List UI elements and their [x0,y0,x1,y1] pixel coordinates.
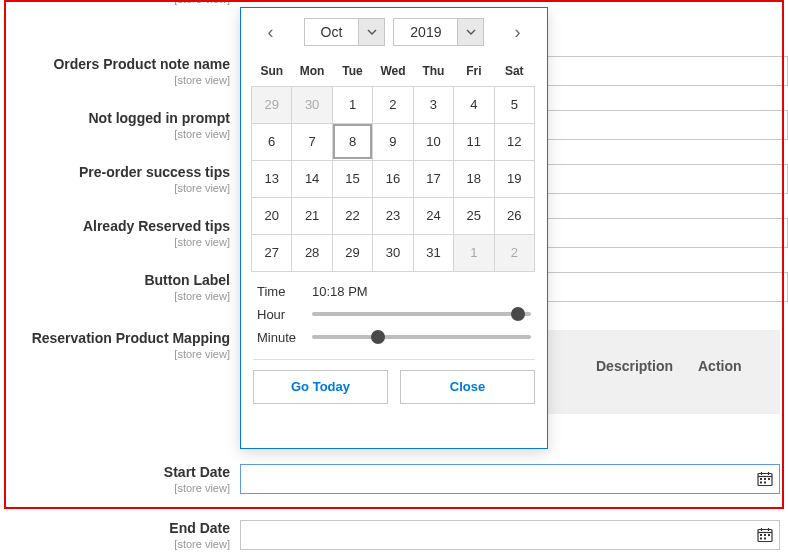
calendar-day[interactable]: 6 [252,123,292,160]
calendar-day[interactable]: 30 [373,234,413,271]
top-cutoff-scope: [store view] [0,0,230,5]
day-header: Sun [252,56,292,86]
calendar-icon[interactable] [757,527,773,543]
svg-rect-14 [764,534,766,536]
go-today-button[interactable]: Go Today [253,370,388,404]
year-select[interactable]: 2019 [393,18,484,46]
svg-rect-5 [764,478,766,480]
next-month-button[interactable]: › [506,21,528,43]
time-label: Time [257,284,312,299]
divider [253,359,535,360]
calendar-day[interactable]: 25 [454,197,494,234]
svg-rect-7 [760,482,762,484]
svg-rect-16 [760,538,762,540]
end-date-label: End Date [store view] [0,520,230,550]
month-select[interactable]: Oct [304,18,386,46]
calendar-day[interactable]: 13 [252,160,292,197]
chevron-down-icon [457,19,483,45]
calendar-day[interactable]: 2 [494,234,534,271]
mapping-col-description: Description [596,358,673,374]
calendar-day[interactable]: 16 [373,160,413,197]
calendar-day[interactable]: 20 [252,197,292,234]
calendar-day[interactable]: 2 [373,86,413,123]
calendar-day[interactable]: 8 [332,123,372,160]
end-date-input[interactable] [240,520,780,550]
calendar-day[interactable]: 4 [454,86,494,123]
calendar-day[interactable]: 29 [252,86,292,123]
day-header: Wed [373,56,413,86]
calendar-day[interactable]: 18 [454,160,494,197]
calendar-day[interactable]: 30 [292,86,332,123]
calendar-day[interactable]: 26 [494,197,534,234]
calendar-day[interactable]: 21 [292,197,332,234]
chevron-down-icon [358,19,384,45]
day-header: Tue [332,56,372,86]
field-not-logged-prompt-label: Not logged in prompt [store view] [0,110,230,140]
calendar-day[interactable]: 17 [413,160,453,197]
svg-rect-15 [768,534,770,536]
calendar-day[interactable]: 22 [332,197,372,234]
day-header: Thu [413,56,453,86]
mapping-col-action: Action [698,358,742,374]
calendar-day[interactable]: 31 [413,234,453,271]
field-preorder-tips-label: Pre-order success tips [store view] [0,164,230,194]
minute-label: Minute [257,330,312,345]
start-date-input[interactable] [240,464,780,494]
field-button-label-label: Button Label [store view] [0,272,230,302]
day-header: Mon [292,56,332,86]
calendar-day[interactable]: 5 [494,86,534,123]
hour-slider[interactable] [312,307,531,321]
svg-rect-13 [760,534,762,536]
svg-rect-17 [764,538,766,540]
calendar-day[interactable]: 11 [454,123,494,160]
svg-rect-8 [764,482,766,484]
calendar-day[interactable]: 19 [494,160,534,197]
day-header: Sat [494,56,534,86]
calendar-day[interactable]: 10 [413,123,453,160]
calendar-day[interactable]: 27 [252,234,292,271]
calendar-day[interactable]: 7 [292,123,332,160]
calendar-day[interactable]: 29 [332,234,372,271]
calendar-day[interactable]: 3 [413,86,453,123]
calendar-day[interactable]: 28 [292,234,332,271]
calendar-day[interactable]: 12 [494,123,534,160]
close-button[interactable]: Close [400,370,535,404]
svg-rect-6 [768,478,770,480]
prev-month-button[interactable]: ‹ [260,21,282,43]
field-already-reserved-label: Already Reserved tips [store view] [0,218,230,248]
calendar-day[interactable]: 24 [413,197,453,234]
datepicker-popover: ‹ Oct 2019 › SunMonTueWedThuFriSat 29301… [240,7,548,449]
field-reservation-mapping-label: Reservation Product Mapping [store view] [0,330,230,360]
field-orders-note-label: Orders Product note name [store view] [0,56,230,86]
calendar-day[interactable]: 1 [454,234,494,271]
calendar-day[interactable]: 15 [332,160,372,197]
calendar-day[interactable]: 23 [373,197,413,234]
calendar-day[interactable]: 14 [292,160,332,197]
start-date-label: Start Date [store view] [0,464,230,494]
calendar-grid: SunMonTueWedThuFriSat 293012345678910111… [251,56,535,272]
svg-rect-4 [760,478,762,480]
minute-slider[interactable] [312,330,531,344]
calendar-day[interactable]: 9 [373,123,413,160]
calendar-day[interactable]: 1 [332,86,372,123]
hour-label: Hour [257,307,312,322]
time-value: 10:18 PM [312,284,531,299]
day-header: Fri [454,56,494,86]
calendar-icon[interactable] [757,471,773,487]
